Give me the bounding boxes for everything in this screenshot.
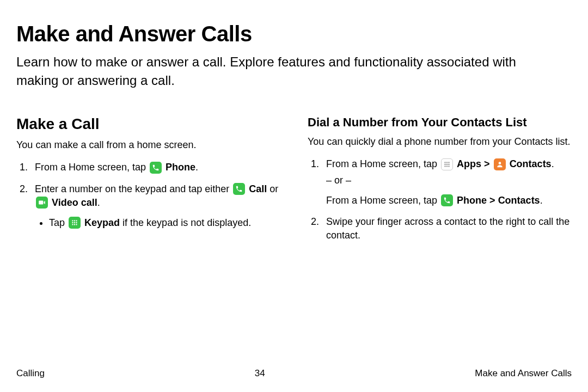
svg-point-2 bbox=[74, 220, 75, 222]
svg-point-1 bbox=[72, 220, 73, 222]
svg-point-5 bbox=[74, 222, 75, 223]
phone-label: Phone bbox=[166, 162, 195, 173]
bullet-keypad: Tap Keypad if the keypad is not displaye… bbox=[49, 216, 280, 230]
svg-point-3 bbox=[76, 220, 77, 222]
contacts-label: Contacts bbox=[510, 158, 552, 169]
svg-point-10 bbox=[444, 162, 445, 163]
apps-label: Apps bbox=[457, 158, 481, 169]
step-text: From a Home screen, tap bbox=[35, 162, 149, 173]
keypad-label: Keypad bbox=[84, 217, 120, 228]
or-separator: – or – bbox=[326, 174, 572, 187]
intro-text: Learn how to make or answer a call. Expl… bbox=[16, 53, 539, 89]
step-text: . bbox=[540, 195, 543, 206]
step-text: . bbox=[195, 162, 198, 173]
call-icon bbox=[233, 183, 245, 195]
phone-icon bbox=[441, 194, 453, 206]
svg-point-16 bbox=[444, 166, 445, 167]
svg-point-4 bbox=[72, 222, 73, 223]
left-column: Make a Call You can make a call from a h… bbox=[16, 115, 280, 250]
breadcrumb-sep: > bbox=[487, 195, 498, 206]
dial-contacts-heading: Dial a Number from Your Contacts List bbox=[308, 115, 572, 130]
step-text: From a Home screen, tap bbox=[326, 195, 440, 206]
phone-label: Phone bbox=[457, 195, 487, 206]
dial-contacts-steps: From a Home screen, tap Apps > Contacts.… bbox=[308, 157, 572, 242]
step-text: or bbox=[267, 183, 278, 194]
footer-left: Calling bbox=[16, 368, 45, 379]
svg-point-17 bbox=[446, 166, 448, 167]
step-text: . bbox=[97, 197, 100, 208]
footer-page-number: 34 bbox=[255, 368, 265, 379]
bullet-text: if the keypad is not displayed. bbox=[120, 217, 251, 228]
footer-right: Make and Answer Calls bbox=[475, 368, 572, 379]
contacts-label: Contacts bbox=[498, 195, 540, 206]
step-2: Swipe your finger across a contact to th… bbox=[322, 215, 572, 242]
phone-icon bbox=[150, 162, 162, 174]
svg-point-13 bbox=[444, 163, 445, 164]
video-call-label: Video call bbox=[52, 197, 97, 208]
svg-point-11 bbox=[446, 162, 448, 163]
svg-point-18 bbox=[448, 166, 449, 167]
contacts-icon bbox=[494, 158, 506, 170]
page-footer: Calling 34 Make and Answer Calls bbox=[16, 368, 572, 379]
svg-point-7 bbox=[72, 224, 73, 225]
two-column-layout: Make a Call You can make a call from a h… bbox=[16, 115, 572, 250]
step-text: . bbox=[552, 158, 554, 169]
step-text: From a Home screen, tap bbox=[326, 158, 440, 169]
keypad-icon bbox=[69, 217, 81, 229]
apps-icon bbox=[441, 158, 453, 170]
step-2: Enter a number on the keypad and tap eit… bbox=[30, 182, 280, 230]
right-column: Dial a Number from Your Contacts List Yo… bbox=[308, 115, 572, 250]
make-call-lead: You can make a call from a home screen. bbox=[16, 138, 280, 152]
svg-point-9 bbox=[76, 224, 77, 225]
svg-point-6 bbox=[76, 222, 77, 223]
bullet-text: Tap bbox=[49, 217, 68, 228]
svg-point-19 bbox=[498, 162, 501, 164]
alt-step: From a Home screen, tap Phone > Contacts… bbox=[326, 194, 572, 207]
dial-contacts-lead: You can quickly dial a phone number from… bbox=[308, 135, 572, 149]
sub-bullets: Tap Keypad if the keypad is not displaye… bbox=[35, 216, 280, 230]
step-1: From a Home screen, tap Phone. bbox=[30, 161, 280, 174]
breadcrumb-sep: > bbox=[481, 158, 493, 169]
svg-point-15 bbox=[448, 163, 449, 164]
video-call-icon bbox=[36, 197, 48, 209]
make-call-heading: Make a Call bbox=[16, 115, 280, 133]
page-title: Make and Answer Calls bbox=[16, 22, 572, 46]
svg-rect-0 bbox=[39, 201, 43, 205]
svg-point-8 bbox=[74, 224, 75, 225]
svg-point-12 bbox=[448, 162, 449, 163]
call-label: Call bbox=[249, 183, 267, 194]
step-1: From a Home screen, tap Apps > Contacts.… bbox=[322, 157, 572, 207]
make-call-steps: From a Home screen, tap Phone. Enter a n… bbox=[16, 161, 280, 230]
svg-point-14 bbox=[446, 163, 448, 164]
step-text: Enter a number on the keypad and tap eit… bbox=[35, 183, 232, 194]
